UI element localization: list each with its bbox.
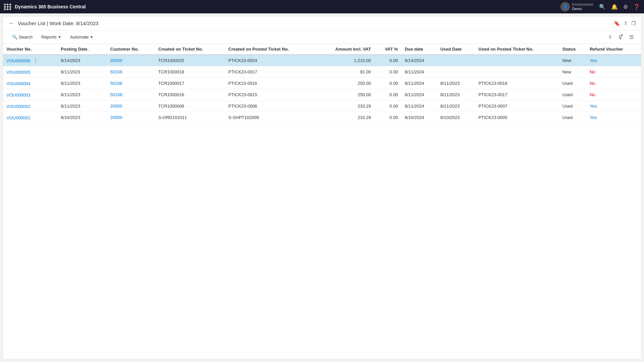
app-launcher-icon[interactable] xyxy=(4,4,11,10)
cell-voucher-no[interactable]: VOU000002 ⋮ xyxy=(3,101,57,112)
environment-label: Environment: xyxy=(572,2,594,7)
reports-button[interactable]: Reports ▼ xyxy=(38,33,65,42)
col-header-used-date[interactable]: Used Date xyxy=(437,44,475,55)
cell-voucher-no[interactable]: VOU000004 ⋮ xyxy=(3,78,57,89)
cell-due-date: 8/14/2024 xyxy=(401,55,437,66)
search-icon-small: 🔍 xyxy=(12,35,17,40)
customer-no-link[interactable]: 50108 xyxy=(110,92,122,97)
col-header-status[interactable]: Status xyxy=(559,44,586,55)
col-header-amount[interactable]: Amount Incl. VAT xyxy=(317,44,374,55)
cell-used-date xyxy=(437,66,475,78)
cell-customer-no[interactable]: 20000 xyxy=(107,101,155,112)
cell-customer-no[interactable]: 50108 xyxy=(107,78,155,89)
share-button[interactable]: ⇧ xyxy=(624,20,628,26)
col-header-created-ticket-no[interactable]: Created on Ticket No. xyxy=(155,44,225,55)
customer-no-link[interactable]: 20000 xyxy=(110,115,122,120)
cell-vat: 0.00 xyxy=(374,112,401,123)
customer-no-link[interactable]: 20000 xyxy=(110,104,122,109)
notification-icon[interactable]: 🔔 xyxy=(611,4,618,10)
cell-refund-voucher: Yes xyxy=(586,55,641,66)
topbar-right: 👤 Environment: Demo 🔍 🔔 ⚙ ❓ xyxy=(560,2,640,11)
voucher-no-link[interactable]: VOU000004 xyxy=(6,81,31,86)
col-header-posting-date[interactable]: Posting Date xyxy=(57,44,107,55)
row-context-menu-button[interactable]: ⋮ xyxy=(32,57,40,64)
bookmark-button[interactable]: 🔖 xyxy=(614,20,620,26)
col-header-voucher-no[interactable]: Voucher No. xyxy=(3,44,57,55)
cell-amount: 1,210.00 xyxy=(317,55,374,66)
cell-used-on-posted xyxy=(475,66,559,78)
cell-status: New xyxy=(559,55,586,66)
customer-no-link[interactable]: 50108 xyxy=(110,81,122,86)
view-button[interactable]: ☰ xyxy=(627,33,636,42)
search-button[interactable]: 🔍 Search xyxy=(8,33,36,42)
col-header-refund[interactable]: Refund Voucher xyxy=(586,44,641,55)
table-row[interactable]: VOU000002 ⋮ 8/11/2023 20000 TCR1000006 P… xyxy=(3,101,641,112)
cell-created-posted-ticket-no: PTICK23-0017 xyxy=(225,66,317,78)
cell-posting-date: 8/11/2023 xyxy=(57,89,107,101)
table-row[interactable]: VOU000003 ⋮ 8/11/2023 50108 TCR1000016 P… xyxy=(3,89,641,101)
user-avatar: 👤 xyxy=(560,2,570,11)
filter-button[interactable]: ⚥ xyxy=(616,33,625,42)
cell-voucher-no[interactable]: VOU000001 ⋮ xyxy=(3,112,57,123)
share-list-button[interactable]: ⇧ xyxy=(606,33,614,42)
table-row[interactable]: VOU000005 ⋮ 8/11/2023 50108 TCR1000018 P… xyxy=(3,66,641,78)
col-header-used-on-posted[interactable]: Used on Posted Ticket No. xyxy=(475,44,559,55)
table-row[interactable]: VOU000006 ⋮ 8/14/2023 20000 TCR1000025 P… xyxy=(3,55,641,66)
cell-voucher-no[interactable]: VOU000005 ⋮ xyxy=(3,66,57,78)
cell-due-date: 8/11/2024 xyxy=(401,66,437,78)
automate-button[interactable]: Automate ▼ xyxy=(66,33,97,42)
back-button[interactable]: ← xyxy=(8,20,14,27)
automate-chevron-icon: ▼ xyxy=(90,35,93,39)
cell-refund-voucher: No xyxy=(586,89,641,101)
help-icon[interactable]: ❓ xyxy=(633,4,640,10)
cell-created-ticket-no: TCR1000016 xyxy=(155,89,225,101)
cell-created-posted-ticket-no: PTICK23-0016 xyxy=(225,78,317,89)
voucher-no-link[interactable]: VOU000003 xyxy=(6,93,31,98)
voucher-no-link[interactable]: VOU000002 xyxy=(6,104,31,109)
user-environment[interactable]: 👤 Environment: Demo xyxy=(560,2,594,11)
expand-button[interactable]: ❐ xyxy=(631,20,636,26)
cell-refund-voucher: No xyxy=(586,78,641,89)
cell-vat: 0.00 xyxy=(374,55,401,66)
cell-created-posted-ticket-no: PTICK23-0024 xyxy=(225,55,317,66)
cell-used-date xyxy=(437,55,475,66)
toolbar: 🔍 Search Reports ▼ Automate ▼ ⇧ ⚥ ☰ xyxy=(3,31,641,44)
cell-voucher-no[interactable]: VOU000003 ⋮ xyxy=(3,89,57,101)
search-icon[interactable]: 🔍 xyxy=(599,4,606,10)
cell-due-date: 8/10/2024 xyxy=(401,112,437,123)
cell-created-ticket-no: TCR1000025 xyxy=(155,55,225,66)
cell-created-ticket-no: TCR1000017 xyxy=(155,78,225,89)
cell-amount: 91.00 xyxy=(317,66,374,78)
cell-vat: 0.00 xyxy=(374,101,401,112)
automate-label: Automate xyxy=(70,35,89,40)
col-header-vat[interactable]: VAT % xyxy=(374,44,401,55)
cell-customer-no[interactable]: 50108 xyxy=(107,66,155,78)
cell-refund-voucher: Yes xyxy=(586,112,641,123)
cell-refund-voucher: No xyxy=(586,66,641,78)
app-title: Dynamics 365 Business Central xyxy=(15,4,86,9)
customer-no-link[interactable]: 50108 xyxy=(110,69,122,74)
cell-posting-date: 8/10/2023 xyxy=(57,112,107,123)
cell-posting-date: 8/11/2023 xyxy=(57,101,107,112)
cell-customer-no[interactable]: 20000 xyxy=(107,55,155,66)
main-container: ← Voucher List | Work Date: 8/14/2023 🔖 … xyxy=(3,16,641,359)
topbar: Dynamics 365 Business Central 👤 Environm… xyxy=(0,0,644,13)
col-header-created-posted-ticket-no[interactable]: Created on Posted Ticket No. xyxy=(225,44,317,55)
table-row[interactable]: VOU000004 ⋮ 8/11/2023 50108 TCR1000017 P… xyxy=(3,78,641,89)
col-header-customer-no[interactable]: Customer No. xyxy=(107,44,155,55)
table-row[interactable]: VOU000001 ⋮ 8/10/2023 20000 S-ORD101011 … xyxy=(3,112,641,123)
cell-created-ticket-no: TCR1000006 xyxy=(155,101,225,112)
cell-customer-no[interactable]: 50108 xyxy=(107,89,155,101)
cell-voucher-no[interactable]: VOU000006 ⋮ xyxy=(3,55,57,66)
cell-used-date: 8/10/2023 xyxy=(437,112,475,123)
cell-customer-no[interactable]: 20000 xyxy=(107,112,155,123)
voucher-no-link[interactable]: VOU000006 xyxy=(6,58,31,63)
reports-chevron-icon: ▼ xyxy=(58,35,61,39)
topbar-left: Dynamics 365 Business Central xyxy=(4,4,86,10)
voucher-no-link[interactable]: VOU000001 xyxy=(6,115,31,120)
settings-icon[interactable]: ⚙ xyxy=(623,4,628,10)
customer-no-link[interactable]: 20000 xyxy=(110,58,122,63)
col-header-due-date[interactable]: Due date xyxy=(401,44,437,55)
cell-vat: 0.00 xyxy=(374,89,401,101)
voucher-no-link[interactable]: VOU000005 xyxy=(6,70,31,75)
